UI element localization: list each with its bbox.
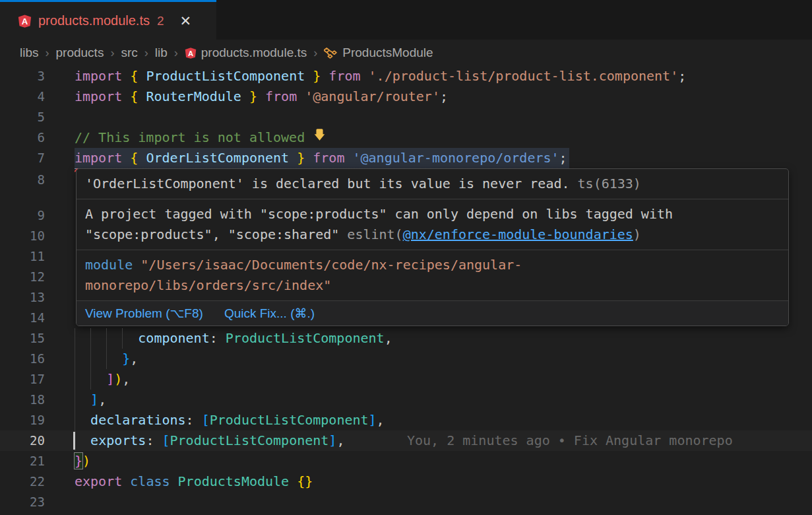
hover-actions: View Problem (⌥F8)Quick Fix... (⌘.) <box>77 300 788 326</box>
error-statement[interactable]: import { OrderListComponent } from '@ang… <box>75 148 569 169</box>
code-token: exports <box>90 432 146 448</box>
code-content[interactable]: ]), <box>45 369 812 390</box>
code-token: // This import is not allowed <box>75 129 313 145</box>
code-token: } <box>75 453 82 469</box>
breadcrumb-item-lib[interactable]: lib <box>155 46 168 60</box>
tab-title: products.module.ts <box>38 13 150 28</box>
code-line-22[interactable]: 22export class ProductsModule {} <box>0 471 812 492</box>
code-content[interactable]: import { ProductListComponent } from './… <box>45 66 812 86</box>
hover-text-line: module "/Users/isaac/Documents/code/nx-r… <box>85 255 780 275</box>
code-token: {} <box>297 473 313 489</box>
code-token <box>75 351 122 366</box>
code-content[interactable] <box>45 107 812 127</box>
code-line-21[interactable]: 21}) <box>0 451 812 471</box>
code-content[interactable]: exports: [ProductListComponent],You, 2 m… <box>45 430 812 451</box>
code-content[interactable] <box>45 492 812 512</box>
line-number: 18 <box>0 390 45 410</box>
code-content[interactable]: export class ProductsModule {} <box>45 471 812 492</box>
code-content[interactable]: ], <box>45 390 812 410</box>
line-number: 5 <box>0 107 45 127</box>
view-problem-action[interactable]: View Problem (⌥F8) <box>85 306 203 321</box>
line-number: 20 <box>0 430 45 451</box>
git-blame: You, 2 minutes ago • Fix Angular monorep… <box>407 430 733 451</box>
breadcrumb-item-file[interactable]: A products.module.ts <box>185 46 307 60</box>
code-token <box>170 473 178 489</box>
code-token: export <box>75 473 122 489</box>
code-token: [ <box>202 412 210 428</box>
quick-fix-action[interactable]: Quick Fix... (⌘.) <box>224 306 315 321</box>
code-token: '@angular-monorepo/orders' <box>353 150 559 166</box>
code-token: '@angular/router' <box>305 88 440 104</box>
code-token: ProductsModule <box>178 473 290 489</box>
code-content[interactable]: import { OrderListComponent } from '@ang… <box>45 148 812 168</box>
svg-text:A: A <box>188 49 193 57</box>
indent-guide <box>90 328 91 349</box>
line-number: 22 <box>0 471 45 492</box>
indent-guide <box>90 349 91 369</box>
angular-icon: A <box>18 14 32 28</box>
code-content[interactable]: }) <box>45 451 812 471</box>
text-cursor <box>73 432 75 450</box>
code-line-18[interactable]: 18 ], <box>0 390 812 410</box>
code-line-19[interactable]: 19 declarations: [ProductListComponent], <box>0 410 812 430</box>
svg-text:A: A <box>22 16 28 26</box>
code-token: ProductListComponent <box>170 432 329 448</box>
code-token: eslint( <box>347 226 402 242</box>
code-token: , <box>130 351 138 366</box>
hover-text-line: A project tagged with "scope:products" c… <box>85 204 780 224</box>
code-content[interactable]: // This import is not allowed <box>45 127 812 148</box>
code-line-6[interactable]: 6// This import is not allowed <box>0 127 812 148</box>
code-editor[interactable]: 3import { ProductListComponent } from '.… <box>0 66 812 512</box>
code-token: A project tagged with "scope:products" c… <box>85 206 673 222</box>
code-token: , <box>98 392 106 407</box>
tab-products-module[interactable]: A products.module.ts 2 ✕ <box>0 0 216 40</box>
code-token: } <box>249 88 257 104</box>
breadcrumb-item-symbol[interactable]: ProductsModule <box>324 46 433 60</box>
code-line-20[interactable]: 20 exports: [ProductListComponent],You, … <box>0 430 812 451</box>
breadcrumb-separator: › <box>144 46 148 60</box>
breadcrumb-item-libs[interactable]: libs <box>20 46 39 60</box>
indent-guide <box>122 328 123 349</box>
code-line-7[interactable]: 7import { OrderListComponent } from '@an… <box>0 148 812 168</box>
close-icon[interactable]: ✕ <box>180 14 192 28</box>
breadcrumb-item-src[interactable]: src <box>121 46 137 60</box>
indent-guide <box>75 328 75 349</box>
code-token: ) <box>114 371 122 387</box>
line-number: 23 <box>0 492 45 512</box>
code-token: } <box>122 351 130 366</box>
code-token <box>138 150 146 166</box>
code-line-17[interactable]: 17 ]), <box>0 369 812 390</box>
line-number: 6 <box>0 127 45 148</box>
code-token <box>241 88 249 104</box>
code-token: ProductListComponent <box>226 330 385 346</box>
code-token[interactable]: @nx/enforce-module-boundaries <box>403 226 633 242</box>
code-line-5[interactable]: 5 <box>0 107 812 127</box>
line-number: 7 <box>0 148 45 168</box>
code-content[interactable]: import { RouterModule } from '@angular/r… <box>45 86 812 107</box>
code-line-4[interactable]: 4import { RouterModule } from '@angular/… <box>0 86 812 107</box>
breadcrumb-item-products[interactable]: products <box>56 46 104 60</box>
line-number: 8 <box>0 170 45 190</box>
code-content[interactable]: declarations: [ProductListComponent], <box>45 410 812 430</box>
code-line-23[interactable]: 23 <box>0 492 812 512</box>
hover-text-line: "scope:products", "scope:shared" eslint(… <box>85 224 780 245</box>
line-number: 14 <box>0 308 45 328</box>
code-token: ; <box>678 68 686 84</box>
code-token: , <box>377 412 385 428</box>
line-number: 4 <box>0 86 45 107</box>
code-token <box>75 432 90 448</box>
line-number: 3 <box>0 66 45 86</box>
code-token <box>138 88 146 104</box>
code-line-3[interactable]: 3import { ProductListComponent } from '.… <box>0 66 812 86</box>
code-token: : <box>186 412 194 428</box>
code-token <box>154 432 162 448</box>
code-content[interactable]: component: ProductListComponent, <box>45 328 812 349</box>
code-line-15[interactable]: 15 component: ProductListComponent, <box>0 328 812 349</box>
code-content[interactable]: }, <box>45 349 812 369</box>
code-line-16[interactable]: 16 }, <box>0 349 812 369</box>
code-token: ] <box>90 392 98 407</box>
code-token <box>305 68 313 84</box>
hover-band: 891011121314'OrderListComponent' is decl… <box>0 168 812 328</box>
hover-section-ts-diagnostic: 'OrderListComponent' is declared but its… <box>77 169 788 199</box>
code-token <box>297 88 305 104</box>
